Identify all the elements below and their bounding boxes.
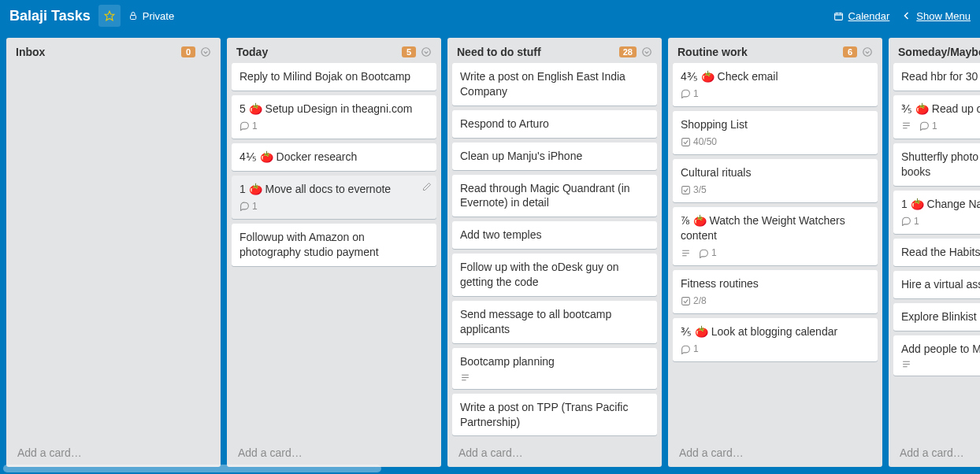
checklist-icon <box>681 296 691 306</box>
card-text: Cultural rituals <box>681 165 870 180</box>
card[interactable]: Hire a virtual ass <box>893 271 980 298</box>
card-text: Read hbr for 30 m <box>901 69 980 84</box>
show-menu-link[interactable]: Show Menu <box>902 10 971 22</box>
chevron-down-icon <box>421 46 432 57</box>
card[interactable]: Clean up Manju's iPhone <box>452 143 657 170</box>
comment-icon <box>239 201 250 211</box>
card[interactable]: Bootcamp planning <box>452 348 657 389</box>
cards-container: Write a post on English East India Compa… <box>452 63 657 442</box>
star-button[interactable] <box>98 5 121 27</box>
card[interactable]: Shopping List40/50 <box>673 111 878 154</box>
list-header[interactable]: Need to do stuff28 <box>452 43 657 63</box>
card[interactable]: Followup with Amazon on photography stud… <box>232 224 436 266</box>
list-header[interactable]: Inbox0 <box>11 43 216 63</box>
card-text: Clean up Manju's iPhone <box>460 149 649 164</box>
privacy-label: Private <box>143 10 174 22</box>
svg-rect-2 <box>834 13 842 20</box>
card[interactable]: 5 🍅 Setup uDesign in theagni.com1 <box>232 95 436 139</box>
list-title: Inbox <box>16 46 181 58</box>
card[interactable]: Cultural rituals3/5 <box>673 159 878 202</box>
card-text: Hire a virtual ass <box>901 277 980 292</box>
card-badges <box>901 359 980 369</box>
card[interactable]: Add two temples <box>452 221 657 249</box>
list-menu-button[interactable] <box>421 46 432 57</box>
card[interactable]: Explore Blinkist - summarie <box>893 303 980 331</box>
list-title: Someday/Maybe <box>898 46 980 58</box>
card[interactable]: 1 🍅 Move all docs to evernote1 <box>232 176 436 219</box>
card[interactable]: Follow up with the oDesk guy on getting … <box>452 254 657 296</box>
privacy-button[interactable]: Private <box>128 10 174 22</box>
card[interactable]: ⅗ 🍅 Read up on1 <box>893 95 980 139</box>
card-count-badge: 5 <box>402 46 416 57</box>
list-header[interactable]: Someday/Maybe <box>893 43 980 63</box>
card-text: Reply to Milind Bojak on Bootcamp <box>239 69 429 84</box>
card[interactable]: Read the Habits <box>893 239 980 266</box>
svg-rect-15 <box>682 297 690 305</box>
checklist-badge: 40/50 <box>681 135 717 148</box>
card[interactable]: 4⅕ 🍅 Docker research <box>232 143 436 171</box>
card-text: Write a post on TPP (Trans Pacific Partn… <box>460 400 649 430</box>
card-text: 4⅗ 🍅 Check email <box>681 69 870 84</box>
add-card-button[interactable]: Add a card… <box>452 442 657 464</box>
card-text: 1 🍅 Change Na subscription to M <box>901 197 980 212</box>
card[interactable]: Respond to Arturo <box>452 110 657 138</box>
comments-badge: 1 <box>699 246 717 259</box>
add-card-button[interactable]: Add a card… <box>232 442 436 464</box>
card-badges: 1 <box>239 120 429 132</box>
cards-container: 4⅗ 🍅 Check email1Shopping List40/50Cultu… <box>673 63 878 442</box>
cards-container: Read hbr for 30 m⅗ 🍅 Read up on1Shutterf… <box>893 63 980 442</box>
card-text: ⅞ 🍅 Watch the Weight Watchers content <box>681 213 870 243</box>
description-badge <box>460 372 470 383</box>
pencil-icon <box>422 182 432 191</box>
description-icon <box>901 120 911 131</box>
comment-icon <box>681 88 691 98</box>
chevron-down-icon <box>200 46 211 57</box>
card[interactable]: Read hbr for 30 m <box>893 63 980 91</box>
add-card-button[interactable]: Add a card… <box>673 442 878 464</box>
comments-badge: 1 <box>239 120 258 132</box>
card-text: Bootcamp planning <box>460 354 649 369</box>
card-text: ⅗ 🍅 Look at blogging calendar <box>681 324 870 339</box>
comments-badge: 1 <box>919 120 937 132</box>
board-canvas[interactable]: Inbox0Add a card…Today5Reply to Milind B… <box>0 35 980 474</box>
card[interactable]: Shutterfly photo https://www.shut books <box>893 143 980 186</box>
list-header[interactable]: Today5 <box>232 43 436 63</box>
calendar-link[interactable]: Calendar <box>833 10 890 22</box>
list: Routine work64⅗ 🍅 Check email1Shopping L… <box>668 38 882 467</box>
edit-card-button[interactable] <box>422 182 432 191</box>
cards-container <box>11 63 216 442</box>
list-menu-button[interactable] <box>641 46 652 57</box>
card[interactable]: Reply to Milind Bojak on Bootcamp <box>232 63 436 91</box>
card-text: Add people to M website <box>901 342 980 357</box>
card[interactable]: Write a post on English East India Compa… <box>452 63 657 106</box>
checklist-icon <box>681 137 691 147</box>
description-badge <box>901 120 911 131</box>
card[interactable]: Send message to all bootcamp applicants <box>452 301 657 343</box>
card-text: Read the Habits <box>901 245 980 260</box>
card[interactable]: 4⅗ 🍅 Check email1 <box>673 63 878 106</box>
list-menu-button[interactable] <box>862 46 873 57</box>
card[interactable]: Write a post on TPP (Trans Pacific Partn… <box>452 394 657 436</box>
card-count-badge: 0 <box>181 46 195 57</box>
add-card-button[interactable]: Add a card… <box>893 442 980 464</box>
list-header[interactable]: Routine work6 <box>673 43 878 63</box>
list-menu-button[interactable] <box>200 46 211 57</box>
card[interactable]: ⅗ 🍅 Look at blogging calendar1 <box>673 318 878 361</box>
card[interactable]: 1 🍅 Change Na subscription to M1 <box>893 191 980 234</box>
card-badges: 1 <box>239 200 429 213</box>
card-badges <box>460 372 649 383</box>
comment-icon <box>699 248 709 258</box>
description-badge <box>681 248 691 258</box>
card-text: Send message to all bootcamp applicants <box>460 307 649 337</box>
card[interactable]: ⅞ 🍅 Watch the Weight Watchers content1 <box>673 207 878 265</box>
list-title: Need to do stuff <box>457 46 619 58</box>
add-card-button[interactable]: Add a card… <box>11 442 216 464</box>
list: Need to do stuff28Write a post on Englis… <box>447 38 662 467</box>
horizontal-scrollbar[interactable] <box>3 465 381 472</box>
card[interactable]: Add people to M website <box>893 335 980 376</box>
card[interactable]: Fitness routines2/8 <box>673 270 878 313</box>
comment-icon <box>239 120 250 131</box>
list: Someday/MaybeRead hbr for 30 m⅗ 🍅 Read u… <box>889 38 980 467</box>
card[interactable]: Read through Magic Quandrant (in Evernot… <box>452 175 657 217</box>
description-icon <box>681 248 691 258</box>
